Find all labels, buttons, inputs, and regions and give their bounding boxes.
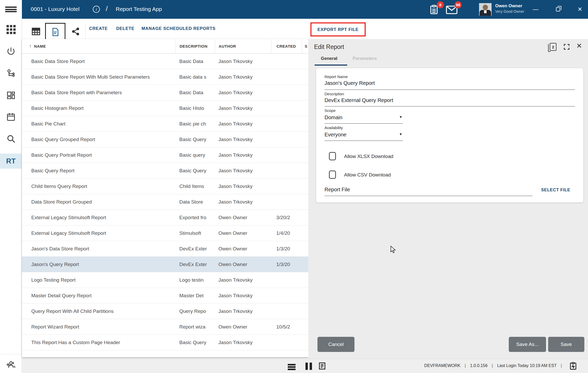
workflow-icon	[6, 69, 16, 78]
activity-report-button[interactable]	[569, 362, 578, 371]
description-underline	[324, 106, 575, 106]
cell-scheduled	[302, 335, 308, 350]
availability-dropdown-icon[interactable]: ▼	[399, 132, 402, 136]
report-name-field[interactable]: Jason's Query Report	[324, 80, 375, 86]
cell-name: Query Report With All Child Partitions	[22, 304, 175, 319]
cell-description: Data Store	[175, 194, 215, 210]
table-row[interactable]: Logo Testing Report Logo testin Jason Tr…	[22, 272, 308, 288]
dashboard-icon	[6, 91, 16, 100]
table-row[interactable]: Data Store Report Grouped Data Store Jas…	[22, 194, 308, 210]
table-row[interactable]: Basic Data Store Report With Multi Selec…	[22, 69, 308, 85]
table-row[interactable]: External Legacy Stimulsoft Report Stimul…	[22, 225, 308, 241]
delete-button[interactable]: DELETE	[116, 26, 134, 31]
sidebar-item-apps[interactable]	[0, 22, 22, 37]
avatar[interactable]	[479, 3, 492, 16]
document-log-toggle[interactable]	[318, 362, 326, 371]
column-header-name[interactable]: ↑ NAME	[22, 39, 175, 53]
sidebar-item-calendar[interactable]	[0, 109, 22, 124]
pause-toggle[interactable]	[304, 363, 313, 370]
sidebar: RT	[0, 19, 22, 373]
table-row[interactable]: Jason's Data Store Report DevEx Exter Ow…	[22, 241, 308, 257]
table-row[interactable]: Query Report With All Child Partitions Q…	[22, 304, 308, 319]
cell-name: Child Items Query Report	[22, 179, 175, 194]
report-file-field[interactable]: Report File	[324, 187, 350, 193]
edit-report-form: Report Name Jason's Query Report Descrip…	[316, 68, 583, 203]
allow-xlsx-label: Allow XLSX Download	[344, 154, 393, 159]
table-view-button[interactable]	[30, 26, 42, 37]
table-row[interactable]: Jason's Query Report DevEx Exter Owen Ow…	[22, 257, 308, 272]
cell-author: Owen Owner	[215, 225, 271, 241]
export-rpt-file-button[interactable]: EXPORT RPT FILE	[310, 22, 366, 36]
table-row[interactable]: Child Items Query Report Child Items Jas…	[22, 179, 308, 194]
sidebar-item-dashboard[interactable]	[0, 88, 22, 103]
scope-select[interactable]: Domain	[324, 115, 342, 121]
table-row[interactable]: Basic Data Store Report with Parameters …	[22, 85, 308, 100]
table-row[interactable]: Basic Query Portrait Report Basic query …	[22, 147, 308, 163]
sidebar-item-power[interactable]	[0, 44, 22, 59]
cell-description: Basic query	[175, 147, 215, 163]
cancel-button[interactable]: Cancel	[317, 337, 354, 352]
table-row[interactable]: Master Detail Query Report Master Det Ja…	[22, 288, 308, 304]
cell-scheduled	[302, 241, 308, 256]
scope-dropdown-icon[interactable]: ▼	[399, 115, 402, 119]
table-row[interactable]: Basic Histogram Report Basic Histo Jason…	[22, 100, 308, 116]
cell-author: Jason Trkovsky	[215, 272, 271, 288]
table-row[interactable]: Report Wizard Report Report wiza Owen Ow…	[22, 319, 308, 335]
table-row[interactable]: Basic Query Report Basic Query Jason Trk…	[22, 163, 308, 179]
allow-xlsx-checkbox[interactable]	[329, 152, 336, 160]
cell-created: 1/3/20	[271, 241, 302, 256]
column-header-created[interactable]: CREATED	[271, 39, 302, 53]
fullscreen-button[interactable]	[563, 43, 570, 52]
sidebar-item-search[interactable]	[0, 131, 22, 146]
table-row[interactable]: Basic Pie Chart Basic pie ch Jason Trkov…	[22, 116, 308, 132]
allow-csv-checkbox[interactable]	[329, 170, 336, 179]
close-button[interactable]: ✕	[574, 0, 586, 19]
column-header-scheduled[interactable]: S	[302, 39, 308, 53]
cell-scheduled	[302, 225, 308, 241]
scope-label: Scope	[324, 108, 336, 113]
cell-name: Basic Query Grouped Report	[22, 132, 175, 147]
report-name-underline	[324, 90, 575, 90]
list-view-toggle[interactable]	[288, 363, 296, 371]
sidebar-item-add-user[interactable]	[0, 357, 22, 372]
document-log-icon	[318, 362, 326, 370]
app-name: Report Testing App	[116, 6, 162, 12]
table-row[interactable]: External Legacy Stimulsoft Report Export…	[22, 210, 308, 225]
sidebar-item-report-testing[interactable]: RT	[0, 154, 22, 169]
tab-general[interactable]: General	[321, 56, 337, 61]
open-windows-button[interactable]: 2	[550, 43, 556, 51]
restore-button[interactable]	[552, 0, 564, 19]
create-button[interactable]: CREATE	[89, 26, 108, 31]
save-as-button[interactable]: Save As...	[509, 337, 546, 352]
document-view-icon	[51, 27, 60, 37]
availability-select[interactable]: Everyone	[324, 132, 347, 138]
cell-name: Basic Data Store Report with Parameters	[22, 85, 175, 100]
column-header-description[interactable]: DESCRIPTION	[175, 39, 215, 53]
column-header-author[interactable]: AUTHOR	[215, 39, 271, 53]
minimize-button[interactable]: —	[530, 0, 542, 19]
cell-author: Jason Trkovsky	[215, 85, 271, 100]
cell-author: Jason Trkovsky	[215, 69, 271, 85]
hamburger-menu-button[interactable]	[0, 0, 22, 19]
select-file-button[interactable]: SELECT FILE	[541, 187, 570, 192]
table-row[interactable]: Basic Query Grouped Report Basic Query J…	[22, 132, 308, 147]
sidebar-item-workflow[interactable]	[0, 66, 22, 81]
description-field[interactable]: DevEx External Query Report	[324, 97, 393, 103]
info-icon[interactable]: i	[93, 6, 100, 13]
cell-description: Child Items	[175, 179, 215, 194]
panel-close-button[interactable]: ✕	[576, 42, 582, 50]
table-row[interactable]: Basic Data Store Report Basic Data Jason…	[22, 54, 308, 69]
document-view-button-selected[interactable]	[45, 23, 65, 41]
tab-parameters[interactable]: Parameters	[353, 56, 377, 61]
share-button[interactable]	[70, 26, 82, 37]
cell-name: Data Store Report Grouped	[22, 194, 175, 210]
cell-author: Jason Trkovsky	[215, 288, 271, 303]
cell-name: External Legacy Stimulsoft Report	[22, 210, 175, 225]
cell-author: Jason Trkovsky	[215, 163, 271, 178]
cell-author: Owen Owner	[215, 241, 271, 256]
manage-scheduled-reports-button[interactable]: MANAGE SCHEDULED REPORTS	[142, 26, 216, 31]
save-button[interactable]: Save	[548, 337, 584, 352]
table-row[interactable]: This Report Has a Custom Page Header Bas…	[22, 335, 308, 350]
cell-author: Jason Trkovsky	[215, 132, 271, 147]
cell-description: Basic pie ch	[175, 116, 215, 131]
